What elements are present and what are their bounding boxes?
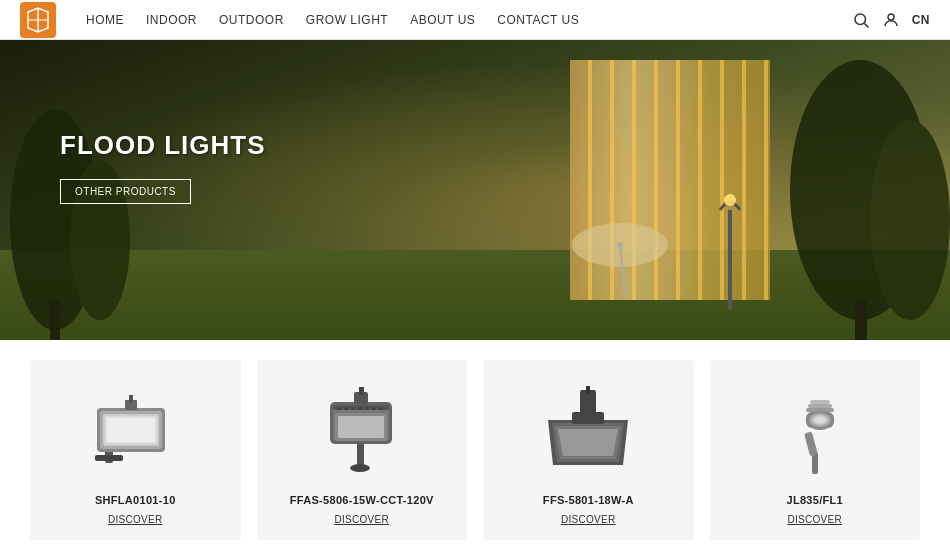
product-image-4 <box>755 380 875 480</box>
search-icon[interactable] <box>852 11 870 29</box>
svg-rect-32 <box>358 407 362 410</box>
svg-point-8 <box>870 120 950 320</box>
svg-rect-16 <box>95 455 123 461</box>
svg-marker-45 <box>558 429 618 456</box>
language-button[interactable]: CN <box>912 13 930 27</box>
product-discover-1[interactable]: DISCOVER <box>108 514 163 525</box>
logo[interactable] <box>20 2 56 38</box>
product-discover-2[interactable]: DISCOVER <box>334 514 389 525</box>
product-card-3: FFS-5801-18W-A DISCOVER <box>483 360 694 540</box>
hero-content: FLOOD LIGHTS OTHER PRODUCTS <box>60 130 266 204</box>
svg-point-12 <box>617 242 623 248</box>
svg-rect-30 <box>344 407 348 410</box>
umbrella-icon <box>570 220 670 300</box>
product-card-2: FFAS-5806-15W-CCT-120V DISCOVER <box>257 360 468 540</box>
hero-section: FLOOD LIGHTS OTHER PRODUCTS <box>0 40 950 340</box>
hero-title: FLOOD LIGHTS <box>60 130 266 161</box>
nav-about-us[interactable]: ABOUT US <box>410 13 475 27</box>
spotlight-icon <box>755 380 875 480</box>
lamp-post-icon <box>710 190 750 310</box>
svg-rect-54 <box>806 408 834 412</box>
svg-point-3 <box>888 14 894 20</box>
svg-point-1 <box>855 14 866 25</box>
product-discover-4[interactable]: DISCOVER <box>787 514 842 525</box>
nav-outdoor[interactable]: OUTDOOR <box>219 13 284 27</box>
svg-point-25 <box>350 464 370 472</box>
svg-rect-9 <box>855 300 867 340</box>
svg-rect-34 <box>372 407 376 410</box>
other-products-button[interactable]: OTHER PRODUCTS <box>60 179 191 204</box>
product-image-3 <box>528 380 648 480</box>
header: HOME INDOOR OUTDOOR GROW LIGHT ABOUT US … <box>0 0 950 40</box>
svg-rect-41 <box>586 386 590 394</box>
svg-rect-46 <box>572 412 604 424</box>
products-grid: SHFLA0101-10 DISCOVER <box>30 360 920 540</box>
svg-rect-31 <box>351 407 355 410</box>
nav-contact-us[interactable]: CONTACT US <box>497 13 579 27</box>
product-card-4: JL835/FL1 DISCOVER <box>710 360 921 540</box>
svg-rect-13 <box>728 210 732 310</box>
floodlight-1-icon <box>75 380 195 480</box>
main-nav: HOME INDOOR OUTDOOR GROW LIGHT ABOUT US … <box>86 13 852 27</box>
svg-rect-37 <box>338 416 384 438</box>
nav-grow-light[interactable]: GROW LIGHT <box>306 13 388 27</box>
floodlight-2-icon <box>302 380 422 480</box>
product-card-1: SHFLA0101-10 DISCOVER <box>30 360 241 540</box>
svg-rect-29 <box>337 407 341 410</box>
product-name-4: JL835/FL1 <box>786 494 843 506</box>
user-icon[interactable] <box>882 11 900 29</box>
header-icons: CN <box>852 11 930 29</box>
tree-right-icon <box>770 60 950 340</box>
svg-rect-39 <box>359 387 364 395</box>
svg-point-53 <box>815 417 825 423</box>
nav-indoor[interactable]: INDOOR <box>146 13 197 27</box>
product-image-1 <box>75 380 195 480</box>
svg-rect-56 <box>810 400 830 404</box>
nav-home[interactable]: HOME <box>86 13 124 27</box>
product-image-2 <box>302 380 422 480</box>
svg-rect-55 <box>808 404 832 408</box>
svg-rect-6 <box>50 300 60 340</box>
product-name-2: FFAS-5806-15W-CCT-120V <box>290 494 434 506</box>
product-name-3: FFS-5801-18W-A <box>543 494 634 506</box>
product-discover-3[interactable]: DISCOVER <box>561 514 616 525</box>
svg-rect-35 <box>379 407 383 410</box>
svg-rect-33 <box>365 407 369 410</box>
product-name-1: SHFLA0101-10 <box>95 494 176 506</box>
products-section: SHFLA0101-10 DISCOVER <box>0 340 950 550</box>
svg-rect-48 <box>804 431 818 456</box>
svg-rect-21 <box>107 418 155 442</box>
svg-point-14 <box>724 194 736 206</box>
svg-rect-23 <box>129 395 133 403</box>
floodlight-3-icon <box>528 380 648 480</box>
svg-line-2 <box>864 23 868 27</box>
